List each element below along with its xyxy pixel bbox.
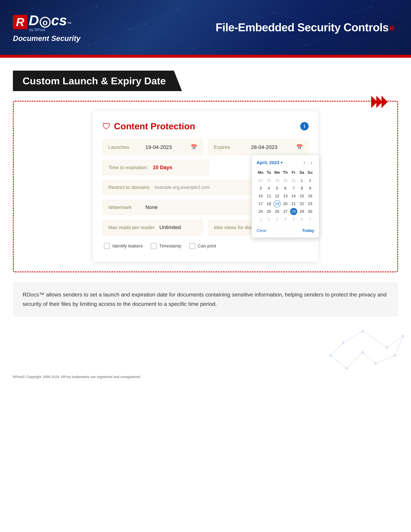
- logo-bypost: by RPost: [29, 28, 71, 32]
- cal-day[interactable]: 29: [273, 177, 280, 184]
- cal-day[interactable]: 6: [298, 216, 305, 223]
- svg-line-10: [89, 24, 145, 45]
- cal-day[interactable]: 30: [307, 208, 314, 215]
- cal-day[interactable]: 15: [298, 192, 305, 200]
- identify-leakers-checkbox[interactable]: Identify leakers: [104, 243, 143, 249]
- logo-r-box: R: [13, 15, 28, 29]
- svg-point-28: [305, 44, 307, 46]
- svg-point-25: [144, 23, 146, 25]
- calendar-today-btn[interactable]: Today: [302, 228, 314, 233]
- svg-point-46: [342, 342, 344, 343]
- checkboxes-row: Identify leakers Timestamp Can print: [102, 240, 309, 252]
- can-print-checkbox[interactable]: Can print: [189, 243, 216, 249]
- cal-day[interactable]: 30: [282, 177, 289, 184]
- identify-leakers-label: Identify leakers: [112, 243, 143, 249]
- info-icon[interactable]: i: [300, 122, 309, 130]
- logo-tm: ™: [67, 21, 71, 26]
- cal-day[interactable]: 3: [257, 185, 264, 192]
- svg-point-23: [370, 6, 372, 7]
- cal-day[interactable]: 7: [307, 216, 314, 223]
- cal-day[interactable]: 31: [290, 177, 297, 184]
- expires-value: 28-04-2023: [251, 144, 291, 150]
- cal-day[interactable]: 13: [282, 192, 289, 200]
- cal-day[interactable]: 5: [273, 185, 280, 192]
- identify-leakers-box[interactable]: [104, 243, 110, 249]
- cal-day[interactable]: 21: [290, 200, 297, 207]
- demo-container: 🛡 Content Protection i Launches 19-04-20…: [13, 101, 398, 272]
- section-title-bar: Custom Launch & Expiry Date: [13, 71, 182, 91]
- cal-day[interactable]: 20: [282, 200, 289, 207]
- cal-day[interactable]: 1: [298, 177, 305, 184]
- weekday-tu: Tu: [265, 169, 273, 176]
- cal-day[interactable]: 16: [307, 192, 314, 200]
- calendar-clear-btn[interactable]: Clear: [257, 228, 267, 233]
- calendar-footer: Clear Today: [257, 225, 314, 233]
- cal-day[interactable]: 27: [282, 208, 289, 215]
- cal-day[interactable]: 4: [282, 216, 289, 223]
- watermark-label: Watermark: [108, 205, 140, 210]
- cal-day[interactable]: 10: [257, 192, 264, 200]
- calendar-nav: ↑ ↓: [302, 160, 314, 166]
- expires-label: Expires: [214, 144, 246, 150]
- cal-day[interactable]: 1: [257, 216, 264, 223]
- cal-day[interactable]: 7: [290, 185, 297, 192]
- svg-point-18: [128, 28, 130, 30]
- cal-day[interactable]: 27: [257, 177, 264, 184]
- cal-day[interactable]: 6: [282, 185, 289, 192]
- footer: RPost© Copyright 1999-2024. RPost tradem…: [0, 371, 411, 385]
- svg-point-19: [177, 9, 178, 10]
- cal-day[interactable]: 3: [273, 216, 280, 223]
- svg-point-43: [362, 351, 364, 353]
- description-text: RDocs™ allows senders to set a launch an…: [23, 290, 388, 309]
- calendar-header: April, 2023 ▾ ↑ ↓: [257, 160, 314, 166]
- bottom-decoration: [0, 323, 411, 371]
- logo-d: D: [29, 12, 39, 28]
- cal-day[interactable]: 11: [265, 192, 272, 200]
- cal-day[interactable]: 12: [273, 192, 280, 200]
- calendar-next-btn[interactable]: ↓: [309, 160, 314, 166]
- svg-line-33: [363, 352, 375, 363]
- expires-calendar-icon[interactable]: 📅: [296, 144, 303, 150]
- svg-line-35: [330, 355, 346, 368]
- cal-day[interactable]: 5: [290, 216, 297, 223]
- cal-day[interactable]: 17: [257, 200, 264, 207]
- card-header: 🛡 Content Protection i: [102, 121, 309, 131]
- section-title-text: Custom Launch & Expiry Date: [23, 75, 166, 86]
- cal-day[interactable]: 22: [298, 200, 305, 207]
- timestamp-checkbox[interactable]: Timestamp: [151, 243, 181, 249]
- header-title-text: File-Embedded Security Controls: [215, 21, 389, 34]
- logo-cs: cs: [51, 12, 67, 28]
- svg-line-2: [97, 6, 129, 29]
- cal-day[interactable]: 29: [298, 208, 305, 215]
- time-expiration-value: 10 Days: [153, 164, 172, 171]
- time-expiration-field: Time to expiration: 10 Days: [102, 160, 209, 175]
- svg-point-39: [386, 346, 388, 348]
- svg-line-32: [375, 355, 395, 363]
- cal-day[interactable]: 25: [265, 208, 272, 215]
- cal-day[interactable]: 24: [257, 208, 264, 215]
- cal-day-selected[interactable]: 28: [290, 208, 297, 215]
- cal-day[interactable]: 28: [265, 177, 272, 184]
- cal-day[interactable]: 26: [273, 208, 280, 215]
- cal-day[interactable]: 14: [290, 192, 297, 200]
- cal-day[interactable]: 23: [307, 200, 314, 207]
- svg-line-36: [330, 342, 343, 355]
- launches-calendar-icon[interactable]: 📅: [191, 144, 197, 150]
- description-box: RDocs™ allows senders to set a launch an…: [13, 282, 398, 317]
- can-print-box[interactable]: [189, 243, 195, 249]
- calendar-prev-btn[interactable]: ↑: [302, 160, 307, 166]
- svg-line-11: [145, 24, 193, 48]
- svg-line-34: [346, 352, 363, 368]
- cal-day[interactable]: 2: [265, 216, 272, 223]
- red-divider: [0, 55, 411, 58]
- cal-day[interactable]: 4: [265, 185, 272, 192]
- cal-day[interactable]: 9: [307, 185, 314, 192]
- svg-line-3: [129, 10, 177, 29]
- svg-point-15: [31, 7, 33, 9]
- cal-day[interactable]: 2: [307, 177, 314, 184]
- cal-day[interactable]: 18: [265, 200, 272, 207]
- cal-day-today[interactable]: 19: [273, 200, 280, 207]
- max-reads-value: Unlimited: [159, 224, 197, 230]
- timestamp-box[interactable]: [151, 243, 157, 249]
- cal-day[interactable]: 8: [298, 185, 305, 192]
